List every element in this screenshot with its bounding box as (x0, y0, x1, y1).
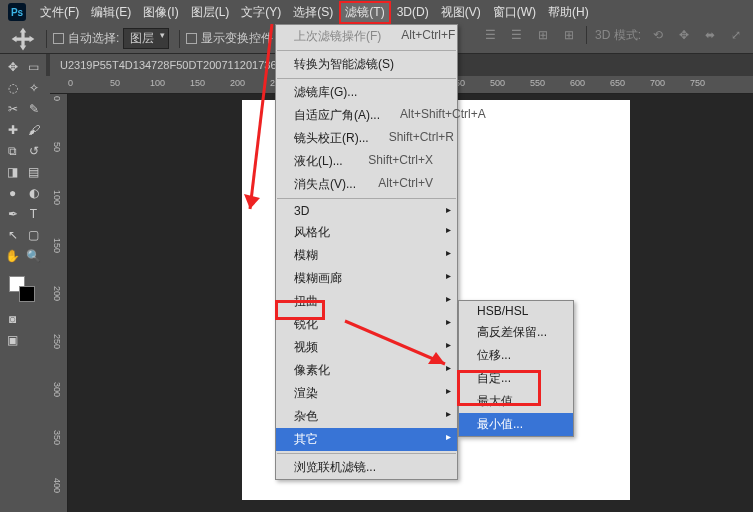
align-icon[interactable]: ☰ (482, 27, 500, 43)
menubar: Ps 文件(F) 编辑(E) 图像(I) 图层(L) 文字(Y) 选择(S) 滤… (0, 0, 753, 24)
menu-separator (277, 50, 456, 51)
app-logo: Ps (8, 3, 26, 21)
menu-separator (277, 198, 456, 199)
menu-separator (277, 78, 456, 79)
3d-pan-icon[interactable]: ✥ (675, 27, 693, 43)
ruler-tick: 400 (52, 478, 62, 493)
menu-layer[interactable]: 图层(L) (185, 1, 236, 24)
menu-item-video[interactable]: 视频 (276, 336, 457, 359)
lasso-tool[interactable]: ◌ (2, 77, 23, 98)
3d-slide-icon[interactable]: ⬌ (701, 27, 719, 43)
ruler-tick: 700 (650, 78, 665, 88)
crop-tool[interactable]: ✂ (2, 98, 23, 119)
menu-item-sharpen[interactable]: 锐化 (276, 313, 457, 336)
blur-tool[interactable]: ● (2, 182, 23, 203)
hand-tool[interactable]: ✋ (2, 245, 23, 266)
submenu-item-minimum[interactable]: 最小值... (459, 413, 573, 436)
menu-image[interactable]: 图像(I) (137, 1, 184, 24)
menu-item-last-filter: 上次滤镜操作(F)Alt+Ctrl+F (276, 25, 457, 48)
path-tool[interactable]: ↖ (2, 224, 23, 245)
ruler-tick: 50 (110, 78, 120, 88)
pen-tool[interactable]: ✒ (2, 203, 23, 224)
mode-3d-label: 3D 模式: (595, 27, 641, 44)
ruler-vertical: 0 50 100 150 200 250 300 350 400 (50, 94, 68, 512)
ruler-tick: 650 (610, 78, 625, 88)
submenu-item-maximum[interactable]: 最大值... (459, 390, 573, 413)
ruler-tick: 600 (570, 78, 585, 88)
auto-select-checkbox[interactable] (53, 33, 64, 44)
menu-3d[interactable]: 3D(D) (391, 2, 435, 22)
brush-tool[interactable]: 🖌 (23, 119, 44, 140)
ruler-tick: 350 (52, 430, 62, 445)
menu-window[interactable]: 窗口(W) (487, 1, 542, 24)
separator (586, 26, 587, 44)
filter-menu: 上次滤镜操作(F)Alt+Ctrl+F 转换为智能滤镜(S) 滤镜库(G)...… (275, 24, 458, 480)
ruler-tick: 200 (230, 78, 245, 88)
auto-select-dropdown[interactable]: 图层 (123, 28, 169, 49)
shape-tool[interactable]: ▢ (23, 224, 44, 245)
menu-item-blur[interactable]: 模糊 (276, 244, 457, 267)
marquee-tool[interactable]: ▭ (23, 56, 44, 77)
ruler-tick: 250 (52, 334, 62, 349)
type-tool[interactable]: T (23, 203, 44, 224)
menu-item-render[interactable]: 渲染 (276, 382, 457, 405)
menu-file[interactable]: 文件(F) (34, 1, 85, 24)
ruler-tick: 100 (52, 190, 62, 205)
menu-help[interactable]: 帮助(H) (542, 1, 595, 24)
quickmask-tool[interactable]: ◙ (2, 308, 23, 329)
stamp-tool[interactable]: ⧉ (2, 140, 23, 161)
move-tool[interactable]: ✥ (2, 56, 23, 77)
menu-item-browse-online[interactable]: 浏览联机滤镜... (276, 456, 457, 479)
menu-item-adaptive-wide[interactable]: 自适应广角(A)...Alt+Shift+Ctrl+A (276, 104, 457, 127)
eyedropper-tool[interactable]: ✎ (23, 98, 44, 119)
menu-item-lens-correct[interactable]: 镜头校正(R)...Shift+Ctrl+R (276, 127, 457, 150)
menu-item-noise[interactable]: 杂色 (276, 405, 457, 428)
menu-item-other[interactable]: 其它 (276, 428, 457, 451)
3d-orbit-icon[interactable]: ⟲ (649, 27, 667, 43)
menu-item-distort[interactable]: 扭曲 (276, 290, 457, 313)
3d-scale-icon[interactable]: ⤢ (727, 27, 745, 43)
wand-tool[interactable]: ✧ (23, 77, 44, 98)
color-swatches[interactable] (2, 272, 44, 308)
submenu-item-offset[interactable]: 位移... (459, 344, 573, 367)
menu-item-stylize[interactable]: 风格化 (276, 221, 457, 244)
ruler-tick: 150 (52, 238, 62, 253)
heal-tool[interactable]: ✚ (2, 119, 23, 140)
menu-item-pixelate[interactable]: 像素化 (276, 359, 457, 382)
show-transform-checkbox[interactable] (186, 33, 197, 44)
distribute-icon[interactable]: ⊞ (534, 27, 552, 43)
menu-select[interactable]: 选择(S) (287, 1, 339, 24)
align-icon[interactable]: ☰ (508, 27, 526, 43)
distribute-icon[interactable]: ⊞ (560, 27, 578, 43)
separator (179, 30, 180, 48)
menu-edit[interactable]: 编辑(E) (85, 1, 137, 24)
screenmode-tool[interactable]: ▣ (2, 329, 23, 350)
options-bar-right: ☰ ☰ ⊞ ⊞ 3D 模式: ⟲ ✥ ⬌ ⤢ (482, 26, 745, 44)
ruler-tick: 100 (150, 78, 165, 88)
ruler-tick: 550 (530, 78, 545, 88)
gradient-tool[interactable]: ▤ (23, 161, 44, 182)
menu-item-smart-filter[interactable]: 转换为智能滤镜(S) (276, 53, 457, 76)
menu-item-filter-gallery[interactable]: 滤镜库(G)... (276, 81, 457, 104)
move-tool-icon (10, 29, 36, 49)
eraser-tool[interactable]: ◨ (2, 161, 23, 182)
menu-view[interactable]: 视图(V) (435, 1, 487, 24)
submenu-item-highpass[interactable]: 高反差保留... (459, 321, 573, 344)
ruler-tick: 300 (52, 382, 62, 397)
history-brush-tool[interactable]: ↺ (23, 140, 44, 161)
submenu-item-hsb[interactable]: HSB/HSL (459, 301, 573, 321)
ruler-tick: 0 (68, 78, 73, 88)
ruler-tick: 500 (490, 78, 505, 88)
show-transform-label: 显示变换控件 (201, 30, 273, 47)
submenu-item-custom[interactable]: 自定... (459, 367, 573, 390)
menu-item-liquify[interactable]: 液化(L)...Shift+Ctrl+X (276, 150, 457, 173)
menu-item-blur-gallery[interactable]: 模糊画廊 (276, 267, 457, 290)
menu-type[interactable]: 文字(Y) (235, 1, 287, 24)
zoom-tool[interactable]: 🔍 (23, 245, 44, 266)
toolbox: ✥▭ ◌✧ ✂✎ ✚🖌 ⧉↺ ◨▤ ●◐ ✒T ↖▢ ✋🔍 ◙ ▣ (0, 54, 46, 352)
dodge-tool[interactable]: ◐ (23, 182, 44, 203)
menu-item-3d[interactable]: 3D (276, 201, 457, 221)
menu-filter[interactable]: 滤镜(T) (339, 1, 390, 24)
menu-item-vanishing[interactable]: 消失点(V)...Alt+Ctrl+V (276, 173, 457, 196)
background-swatch[interactable] (19, 286, 35, 302)
